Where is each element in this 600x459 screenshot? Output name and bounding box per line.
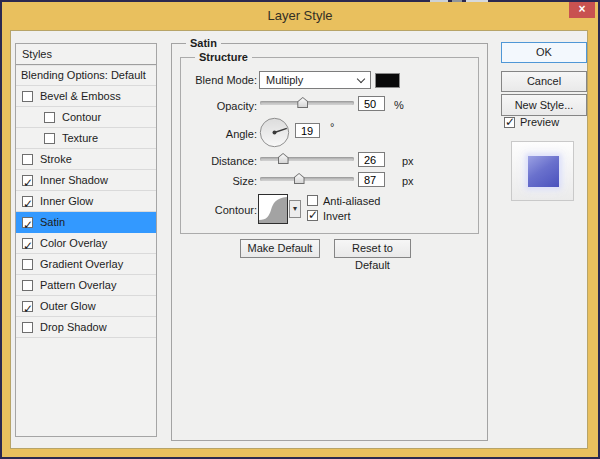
- size-slider-thumb[interactable]: [294, 173, 305, 184]
- style-item-label: Gradient Overlay: [40, 254, 123, 275]
- style-item-label: Bevel & Emboss: [40, 86, 121, 107]
- arrow-down-icon: ▾: [293, 204, 297, 213]
- blend-mode-label: Blend Mode:: [172, 74, 257, 86]
- style-item-checkbox[interactable]: [44, 112, 55, 123]
- distance-slider-track[interactable]: [260, 157, 354, 161]
- opacity-label: Opacity:: [172, 100, 257, 112]
- preview-label: Preview: [520, 116, 559, 128]
- angle-dial[interactable]: [259, 117, 290, 148]
- make-default-button[interactable]: Make Default: [240, 239, 320, 258]
- anti-aliased-label: Anti-aliased: [323, 195, 380, 207]
- satin-panel: Satin Structure Blend Mode: Multiply Opa…: [171, 43, 488, 441]
- style-item-checkbox[interactable]: [22, 175, 33, 186]
- style-list-item[interactable]: Outer Glow: [16, 296, 156, 317]
- distance-unit: px: [402, 155, 414, 167]
- chevron-down-icon: [357, 75, 365, 83]
- style-item-label: Pattern Overlay: [40, 275, 116, 296]
- angle-unit: °: [330, 121, 334, 133]
- style-item-checkbox[interactable]: [22, 301, 33, 312]
- style-item-checkbox[interactable]: [22, 196, 33, 207]
- style-item-checkbox[interactable]: [22, 217, 33, 228]
- opacity-unit: %: [394, 99, 404, 111]
- contour-label: Contour:: [172, 204, 257, 216]
- dialog-body: Styles Blending Options: Default Bevel &…: [10, 30, 588, 449]
- ok-button[interactable]: OK: [501, 42, 587, 63]
- style-item-checkbox[interactable]: [22, 322, 33, 333]
- distance-label: Distance:: [172, 155, 257, 167]
- close-button[interactable]: ×: [569, 2, 595, 18]
- angle-dial-icon: [259, 117, 290, 148]
- contour-dropdown-arrow[interactable]: ▾: [289, 200, 301, 218]
- panel-title: Satin: [186, 37, 221, 49]
- style-list-item[interactable]: Stroke: [16, 149, 156, 170]
- size-unit: px: [402, 175, 414, 187]
- title-bar[interactable]: Layer Style ×: [2, 2, 598, 30]
- blend-mode-value: Multiply: [266, 74, 303, 86]
- style-list-item[interactable]: Bevel & Emboss: [16, 86, 156, 107]
- contour-picker[interactable]: [258, 194, 288, 224]
- style-list-item[interactable]: Color Overlay: [16, 233, 156, 254]
- opacity-slider[interactable]: [260, 97, 354, 109]
- angle-label: Angle:: [172, 128, 257, 140]
- style-item-checkbox[interactable]: [22, 259, 33, 270]
- style-item-label: Stroke: [40, 149, 72, 170]
- style-item-label: Satin: [40, 212, 65, 233]
- style-list-item[interactable]: Contour: [16, 107, 156, 128]
- style-item-checkbox[interactable]: [22, 154, 33, 165]
- desktop-background: Layer Style × Styles Blending Options: D…: [0, 0, 600, 459]
- size-slider[interactable]: [260, 173, 354, 185]
- distance-slider-thumb[interactable]: [278, 153, 289, 164]
- size-label: Size:: [172, 175, 257, 187]
- angle-input[interactable]: [295, 123, 320, 138]
- close-icon: ×: [578, 2, 585, 16]
- style-item-label: Inner Shadow: [40, 170, 108, 191]
- styles-list: Styles Blending Options: Default Bevel &…: [15, 43, 157, 437]
- invert-label: Invert: [323, 210, 351, 222]
- invert-checkbox[interactable]: [307, 210, 318, 221]
- style-list-item[interactable]: Inner Glow: [16, 191, 156, 212]
- size-input[interactable]: [358, 172, 385, 187]
- style-item-checkbox[interactable]: [22, 238, 33, 249]
- cancel-button[interactable]: Cancel: [501, 71, 587, 92]
- size-slider-track[interactable]: [260, 177, 354, 181]
- style-item-label: Texture: [62, 128, 98, 149]
- satin-color-swatch[interactable]: [375, 73, 400, 88]
- style-item-label: Drop Shadow: [40, 317, 107, 338]
- style-item-label: Blending Options: Default: [21, 65, 146, 86]
- style-item-checkbox[interactable]: [22, 280, 33, 291]
- style-list-item[interactable]: Gradient Overlay: [16, 254, 156, 275]
- preview-checkbox[interactable]: [504, 117, 515, 128]
- preview-swatch-image: [528, 156, 559, 187]
- opacity-slider-thumb[interactable]: [297, 97, 308, 108]
- new-style-button[interactable]: New Style...: [501, 94, 587, 116]
- contour-curve-icon: [259, 195, 287, 223]
- style-preview-thumbnail: [511, 141, 574, 201]
- style-item-label: Outer Glow: [40, 296, 96, 317]
- style-item-label: Contour: [62, 107, 101, 128]
- distance-slider[interactable]: [260, 153, 354, 165]
- anti-aliased-checkbox[interactable]: [307, 195, 318, 206]
- style-list-item[interactable]: Blending Options: Default: [16, 65, 156, 86]
- opacity-input[interactable]: [358, 96, 385, 111]
- style-list-item[interactable]: Inner Shadow: [16, 170, 156, 191]
- styles-list-header: Styles: [16, 44, 156, 65]
- dialog-title: Layer Style: [2, 8, 598, 23]
- blend-mode-dropdown[interactable]: Multiply: [259, 71, 371, 89]
- distance-input[interactable]: [358, 152, 385, 167]
- layer-style-dialog: Layer Style × Styles Blending Options: D…: [2, 2, 598, 457]
- reset-to-default-button[interactable]: Reset to Default: [334, 239, 411, 258]
- structure-group-title: Structure: [195, 51, 252, 63]
- style-list-item[interactable]: Pattern Overlay: [16, 275, 156, 296]
- style-item-checkbox[interactable]: [22, 91, 33, 102]
- style-list-item[interactable]: Drop Shadow: [16, 317, 156, 338]
- style-list-item[interactable]: Satin: [16, 212, 156, 233]
- style-list-item[interactable]: Texture: [16, 128, 156, 149]
- style-item-label: Inner Glow: [40, 191, 93, 212]
- style-item-label: Color Overlay: [40, 233, 107, 254]
- style-item-checkbox[interactable]: [44, 133, 55, 144]
